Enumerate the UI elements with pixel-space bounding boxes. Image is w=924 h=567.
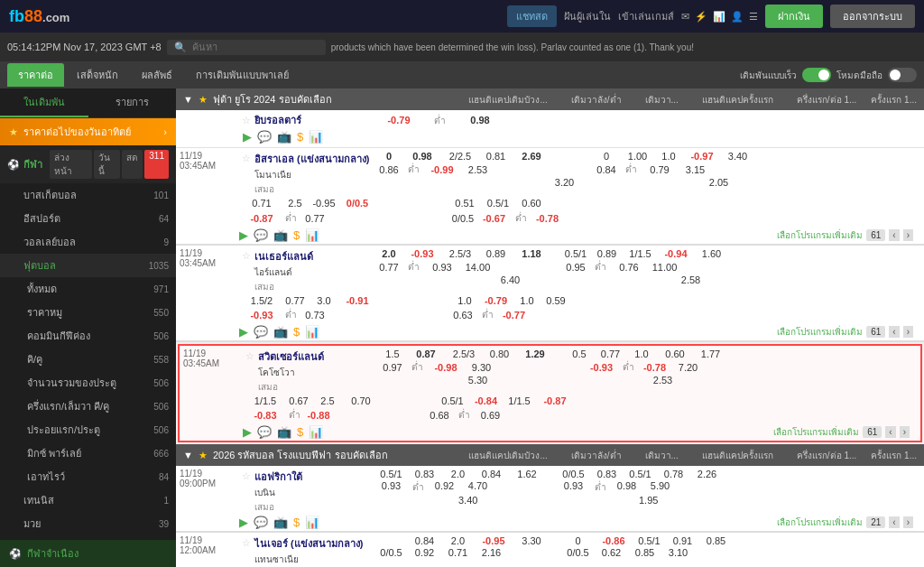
h11-m2[interactable]: 0.77 — [375, 262, 402, 273]
sidebar-item-esport[interactable]: อีสปอร์ต 64 — [0, 207, 176, 230]
h13-m3[interactable]: -0.98 — [428, 362, 464, 373]
tv-icon-m4[interactable]: 📺 — [273, 516, 288, 529]
h7-m2[interactable]: 0.89 — [591, 248, 623, 259]
r4-m1[interactable]: 0/0.5 — [339, 198, 375, 209]
star-m2[interactable]: ☆ — [242, 250, 251, 262]
h15-m2[interactable]: 0.95 — [562, 262, 589, 273]
h1-m4[interactable]: 0.5/1 — [375, 469, 407, 479]
r9-m3[interactable]: -0.84 — [470, 395, 502, 406]
nav-next-m2[interactable]: › — [903, 326, 913, 338]
h17-m4[interactable]: 0.98 — [611, 480, 642, 494]
h12-m5[interactable]: 0.92 — [409, 547, 440, 558]
expand-icon1[interactable]: ▼ — [183, 94, 193, 105]
h10-m4[interactable]: 2.26 — [691, 469, 723, 479]
tab-today[interactable]: วันนี้ — [94, 150, 121, 179]
search-bar[interactable]: 🔍 — [167, 40, 326, 55]
r9-m1[interactable]: 0.5/1 — [480, 198, 516, 209]
r12-m2[interactable]: 0.63 — [449, 310, 476, 321]
bar-chart-icon[interactable]: 📊 — [309, 130, 323, 144]
h7-m5[interactable]: -0.86 — [596, 535, 632, 546]
h9-m3[interactable]: 0.60 — [657, 349, 693, 359]
menu-icon[interactable]: ☰ — [749, 11, 758, 23]
tv-icon-m1[interactable]: 📺 — [273, 228, 288, 242]
r4-m3[interactable]: 0.70 — [343, 395, 379, 406]
sidebar-promo[interactable]: ★ ราคาต่อไปของวันอาทิตย์ › — [0, 118, 176, 145]
r10-m2[interactable]: 1.0 — [513, 295, 541, 306]
bar-icon-m2[interactable]: 📊 — [305, 325, 319, 339]
h3-m3[interactable]: 2.5/3 — [446, 349, 482, 359]
draw-val-m3[interactable]: 5.30 — [462, 375, 494, 386]
h11-m3[interactable]: 0.97 — [379, 362, 406, 373]
mode-toggle[interactable] — [888, 68, 917, 82]
sidebar-item-firsthalf[interactable]: ครึ่งแรก/เล็มวา คี/คู 506 — [0, 395, 176, 418]
sidebar-bottom[interactable]: ⚽ กีฬาจำเนือง — [0, 540, 176, 567]
r11-m3[interactable]: -0.87 — [537, 395, 573, 406]
money-icon[interactable]: $ — [297, 130, 303, 144]
sidebar-item-all[interactable]: ทั้งหมด 971 — [0, 277, 176, 301]
h17-m3[interactable]: -0.78 — [639, 362, 670, 373]
tab-results[interactable]: ผลลัพธ์ — [131, 63, 183, 87]
money-icon-m2[interactable]: $ — [293, 325, 300, 339]
sidebar-item-firstgoal[interactable]: ประอยแรก/ประตู 506 — [0, 418, 176, 442]
deposit-button[interactable]: ฝากเงิน — [765, 5, 823, 28]
h8-m4[interactable]: 0.5/1 — [624, 469, 656, 479]
h18-m1[interactable]: 3.15 — [679, 164, 711, 175]
star-m3[interactable]: ☆ — [245, 350, 254, 362]
sidebar-item-total[interactable]: จำนวนรวมของประตู 506 — [0, 371, 176, 395]
star-m4[interactable]: ☆ — [242, 470, 251, 482]
h1-m2[interactable]: 2.0 — [375, 248, 402, 259]
r3-m3[interactable]: 2.5 — [314, 395, 341, 406]
tab-parlay[interactable]: การเดิมพันแบบพาเลย์ — [185, 63, 300, 87]
h5-m2[interactable]: 1.18 — [513, 248, 550, 259]
h14-m1[interactable]: 2.53 — [462, 164, 494, 175]
message-icon[interactable]: ✉ — [681, 11, 689, 23]
draw-val-m2[interactable]: 6.40 — [494, 274, 526, 285]
h9-m1[interactable]: -0.97 — [684, 151, 720, 162]
h13-m2[interactable]: 0.93 — [424, 262, 460, 273]
sidebar-item-tennis[interactable]: เทนนิส 1 — [0, 488, 176, 512]
h11-m5[interactable]: 0/0.5 — [375, 547, 407, 558]
tv-icon-m3[interactable]: 📺 — [277, 425, 291, 439]
h6-m4[interactable]: 0/0.5 — [558, 469, 589, 479]
draw-val-m4[interactable]: 3.40 — [458, 495, 477, 506]
r14-m3[interactable]: 0.69 — [475, 410, 506, 421]
tab-live[interactable]: เสด็จหนัก — [66, 63, 129, 87]
h15-m4[interactable]: 0.93 — [558, 480, 589, 494]
stats-icon[interactable]: 📊 — [713, 11, 725, 23]
h18-m2[interactable]: 11.00 — [649, 262, 680, 273]
h5-m3[interactable]: 1.29 — [517, 349, 553, 359]
money-icon-m1[interactable]: $ — [293, 228, 300, 242]
nav-next-m1[interactable]: › — [903, 229, 913, 241]
bar-icon-m1[interactable]: 📊 — [305, 228, 319, 242]
tv-icon-m2[interactable]: 📺 — [273, 325, 288, 339]
sidebar-item-basketball[interactable]: บาสเก็ตบอล 101 — [0, 183, 176, 207]
sidebar-tab-current[interactable]: ในเดิมพัน — [0, 88, 88, 117]
nav-prev-m2[interactable]: ‹ — [889, 326, 899, 338]
h9-m4[interactable]: 0.78 — [658, 469, 689, 479]
r3-m1[interactable]: -0.95 — [310, 198, 337, 209]
r3-m2[interactable]: 3.0 — [310, 295, 337, 306]
more-bets-m2[interactable]: เลือกโปรแกรมเพิ่มเติม — [777, 325, 863, 339]
expand-icon2[interactable]: ▼ — [183, 450, 193, 460]
h2-m3[interactable]: 0.87 — [408, 349, 444, 359]
h4-m3[interactable]: 0.80 — [484, 349, 515, 359]
sidebar-item-boxing[interactable]: มวย 39 — [0, 512, 176, 535]
bar-icon-m3[interactable]: 📊 — [309, 425, 323, 439]
play-icon-m3[interactable]: ▶ — [243, 425, 252, 439]
h4-m2[interactable]: 0.89 — [480, 248, 512, 259]
draw-val2-m1[interactable]: 2.05 — [703, 177, 735, 188]
r10-m1[interactable]: 0.60 — [518, 198, 545, 209]
h13-m5[interactable]: 0.71 — [442, 547, 474, 558]
tab-prev[interactable]: ล่วงหน้า — [50, 150, 92, 179]
play-icon-m1[interactable]: ▶ — [239, 228, 248, 242]
h3-m2[interactable]: 2.5/3 — [442, 248, 478, 259]
draw-val2-m3[interactable]: 2.53 — [647, 375, 679, 386]
h7-m4[interactable]: 0.83 — [591, 469, 623, 479]
money-icon-m3[interactable]: $ — [297, 425, 303, 439]
nav-next-m3[interactable]: › — [900, 426, 910, 438]
sidebar-item-commin[interactable]: คอมมินกีฬีค่อง 506 — [0, 324, 176, 348]
h4-m4[interactable]: 0.84 — [476, 469, 507, 479]
h8-m5[interactable]: 0.5/1 — [633, 535, 665, 546]
h13-m1[interactable]: -0.99 — [424, 164, 460, 175]
h14-m4[interactable]: 4.70 — [462, 480, 494, 494]
